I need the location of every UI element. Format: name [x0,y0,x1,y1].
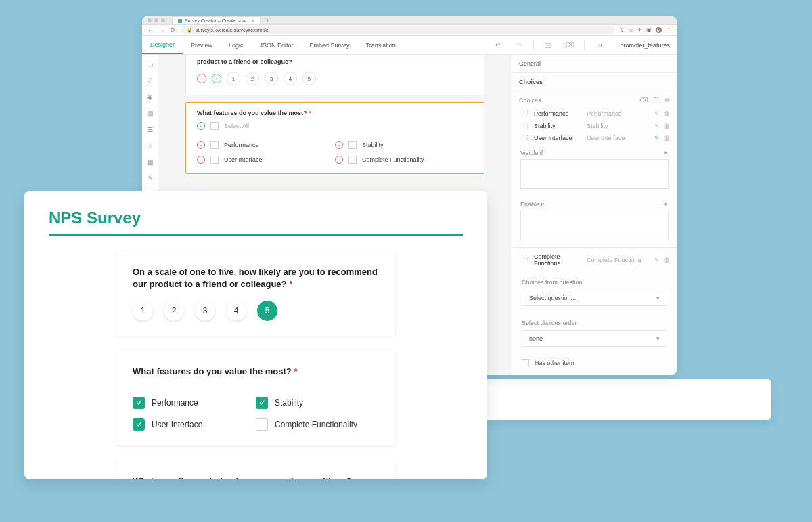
redo-icon[interactable]: ↷ [512,36,526,55]
toolbox-item-icon[interactable]: ☰ [146,125,154,133]
toolbox-item-icon[interactable]: ▦ [146,158,154,166]
delete-icon[interactable]: 🗑 [664,257,670,263]
close-icon[interactable]: × [252,18,254,23]
choice-value[interactable]: Complete Functiona [534,253,583,267]
grip-icon[interactable]: ⋮⋮ [519,123,530,129]
scale-option[interactable]: 4 [284,72,297,85]
question-card-selected[interactable]: What features do you value the most? * +… [185,102,484,174]
choice-value[interactable]: Stability [534,123,583,129]
choice-display[interactable]: Complete Functiona [587,257,650,263]
option-row[interactable]: Complete Functionality [256,418,379,431]
checkbox[interactable] [522,359,529,366]
traffic-dot[interactable] [154,18,158,22]
delete-icon[interactable]: 🗑 [664,110,670,117]
option-row[interactable]: Stability [256,397,379,409]
checkbox[interactable] [210,156,219,164]
checkbox[interactable] [133,397,145,409]
grip-icon[interactable]: ⋮⋮ [519,110,530,117]
toolbox-item-icon[interactable]: ◉ [146,93,154,101]
add-choice-icon[interactable]: ⊕ [664,97,670,104]
choices-from-question-select[interactable]: Select question... ▾ [522,290,667,306]
scale-option[interactable]: 5 [302,72,316,85]
choice-row[interactable]: ⋮⋮ Complete Functiona Complete Functiona… [512,248,677,272]
add-option-icon[interactable]: + [197,122,205,130]
remove-option-icon[interactable]: − [197,156,205,164]
choices-order-select[interactable]: none ▾ [522,330,667,347]
panel-section-choices[interactable]: Choices [512,73,677,91]
scale-option-3[interactable]: 3 [195,301,215,321]
checkbox[interactable] [256,418,268,431]
eraser-icon[interactable]: ⌫ [562,36,577,55]
checkbox[interactable] [210,122,219,130]
reload-icon[interactable]: ⟳ [171,27,176,34]
remove-option-icon[interactable]: − [335,141,343,149]
choice-row[interactable]: ⋮⋮ User Interface User Interface ✎🗑 [512,132,677,144]
share-icon[interactable]: ⇪ [620,27,625,33]
choice-row[interactable]: ⋮⋮ Stability Stability ✎🗑 [512,120,677,132]
toolbox-item-icon[interactable]: ▤ [146,109,154,117]
has-other-row[interactable]: Has other item [512,353,677,372]
visible-if-input[interactable] [520,159,669,189]
grip-icon[interactable]: ⋮⋮ [519,257,530,263]
choice-row[interactable]: ⋮⋮ Performance Performance ✎🗑 [512,108,677,120]
remove-option-icon[interactable]: − [197,141,205,149]
scale-option-4[interactable]: 4 [226,301,246,321]
scale-option-1[interactable]: 1 [133,301,153,321]
edit-icon[interactable]: ✎ [654,257,660,263]
edit-icon[interactable]: ✎ [654,110,660,117]
wand-icon[interactable]: ✦ [663,201,669,208]
tab-embed-survey[interactable]: Embed Survey [302,36,358,54]
edit-icon[interactable]: ✎ [654,135,660,142]
choice-value[interactable]: Performance [534,110,583,117]
checkbox[interactable] [348,141,357,149]
menu-icon[interactable]: ⋮ [666,27,671,33]
settings-icon[interactable] [541,36,556,55]
choice-display[interactable]: Stability [587,123,650,129]
star-icon[interactable]: ☆ [629,27,633,33]
option-row[interactable]: Performance [133,397,256,409]
panel-section-general[interactable]: General [512,55,677,73]
tab-translation[interactable]: Translation [358,36,404,54]
remove-option-icon[interactable]: − [335,156,343,164]
toolbox-item-icon[interactable]: ▭ [146,60,154,68]
scale-option[interactable]: 1 [227,72,240,85]
wand-icon[interactable]: ✦ [663,150,669,156]
choice-display[interactable]: User Interface [587,135,650,142]
browser-tab[interactable]: Survey Creator – Create surv × [172,16,261,24]
choice-display[interactable]: Performance [587,110,650,117]
toolbox-item-icon[interactable]: ☆ [146,142,154,150]
traffic-dot[interactable] [161,18,165,22]
enable-if-input[interactable] [520,211,669,240]
checkbox[interactable] [348,156,357,164]
tab-preview[interactable]: Preview [183,36,221,54]
edit-icon[interactable]: ✎ [654,123,660,129]
toolbox-item-icon[interactable]: ✎ [146,174,154,182]
option-row[interactable]: User Interface [133,418,256,431]
nav-back-icon[interactable]: ← [148,27,154,34]
checkbox[interactable] [210,141,219,149]
eraser-icon[interactable]: ⌫ [639,97,648,104]
scale-option-2[interactable]: 2 [164,301,184,321]
add-option-icon[interactable]: + [212,74,221,83]
avatar[interactable]: M [656,27,662,33]
delete-icon[interactable]: 🗑 [664,123,670,129]
tab-designer[interactable]: Designer [142,36,183,54]
remove-option-icon[interactable]: − [197,74,206,83]
collapse-panel-icon[interactable]: ⇥ [591,36,606,55]
undo-icon[interactable]: ↶ [490,36,505,55]
checkbox[interactable] [133,418,145,431]
tab-logic[interactable]: Logic [221,36,252,54]
url-field[interactable]: 🔒 surveyjs.io/create-survey#example [181,26,614,34]
scale-option[interactable]: 2 [246,72,259,85]
new-tab-button[interactable]: + [266,17,269,24]
extension-icon[interactable]: ✦ [637,27,642,33]
batch-edit-icon[interactable]: ☷ [654,97,659,104]
delete-icon[interactable]: 🗑 [664,135,670,142]
bookmark-icon[interactable]: ▣ [646,27,652,33]
question-card[interactable]: product to a friend or colleague? − + 1 … [185,55,484,95]
choice-value[interactable]: User Interface [534,135,583,142]
toolbox-item-icon[interactable]: ☑ [146,77,154,85]
grip-icon[interactable]: ⋮⋮ [519,135,530,142]
tab-json-editor[interactable]: JSON Editor [252,36,302,54]
traffic-dot[interactable] [148,18,152,22]
